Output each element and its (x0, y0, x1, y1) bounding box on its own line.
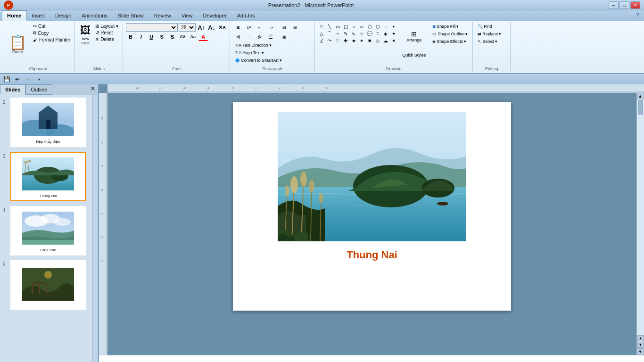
font-size-select[interactable]: 28 (179, 23, 196, 32)
decrease-indent-button[interactable]: ⇐ (255, 23, 265, 32)
align-text-button[interactable]: ⊤A Align Text▾ (233, 49, 266, 56)
notes-area[interactable]: Click to add notes (99, 355, 644, 362)
shape-hex-button[interactable]: ⬡ (374, 23, 381, 30)
strikethrough-button[interactable]: S (157, 33, 166, 41)
tab-home[interactable]: Home (2, 10, 27, 21)
italic-button[interactable]: I (136, 33, 146, 41)
reset-button[interactable]: ↺Reset (94, 30, 120, 36)
convert-smartart-button[interactable]: 🔷 Convert to SmartArt▾ (233, 57, 284, 64)
shape-star6-button[interactable]: ✶ (358, 37, 365, 44)
slide-item-2[interactable]: 2 (2, 97, 91, 148)
delete-button[interactable]: ✕Delete (94, 36, 120, 42)
numbered-list-button[interactable]: 1≡ (244, 23, 254, 32)
shape-callout-button[interactable]: 💬 (366, 30, 373, 37)
bold-button[interactable]: B (126, 33, 135, 41)
shape-effects-button[interactable]: ◈ Shape Effects▾ (430, 38, 470, 45)
tab-insert[interactable]: Insert (27, 10, 50, 21)
shape-rect2-button[interactable]: ▭ (334, 23, 341, 30)
slide-thumb-5[interactable] (10, 260, 86, 310)
format-painter-button[interactable]: 🖌 Format Painter (32, 37, 72, 43)
shape-misc2-button[interactable]: ✦ (390, 30, 397, 37)
slide-item-5[interactable]: 5 (2, 259, 91, 311)
decrease-col-button[interactable]: ⊟ (279, 23, 289, 32)
slides-panel-scrollbar[interactable] (92, 95, 98, 362)
shape-angle-button[interactable]: ∠ (318, 37, 325, 44)
close-button[interactable]: ✕ (630, 1, 640, 9)
scroll-thumb-v[interactable] (638, 100, 643, 115)
find-button[interactable]: 🔍 Find (476, 23, 503, 30)
shape-misc3-button[interactable]: ⁕ (390, 37, 397, 44)
shape-pen-button[interactable]: ✎ (342, 30, 349, 37)
shape-star-button[interactable]: ☆ (358, 30, 365, 37)
canvas-vertical-scrollbar[interactable]: ▲ ▲ ▼ ▼ (636, 93, 644, 355)
copy-button[interactable]: ⧉ Copy (32, 30, 72, 36)
qat-redo-button[interactable]: ↪ (24, 75, 33, 83)
shape-cross-button[interactable]: ✚ (342, 37, 349, 44)
select-button[interactable]: ↖ Select▾ (476, 38, 503, 45)
maximize-button[interactable]: □ (619, 1, 629, 9)
slide-thumb-2[interactable]: Đập thủy điện (10, 98, 86, 147)
scroll-to-prev-button[interactable]: ▲ (637, 335, 644, 341)
underline-button[interactable]: U (147, 33, 156, 41)
shape-star5-button[interactable]: ★ (350, 37, 357, 44)
cut-button[interactable]: ✂ Cut (32, 23, 72, 29)
shape-more-button[interactable]: ▾ (390, 23, 397, 30)
shape-fill-button[interactable]: ◼ Shape Fill▾ (430, 23, 470, 30)
shape-trap-button[interactable]: ⬠ (366, 23, 373, 30)
shape-circle-button[interactable]: ○ (350, 23, 357, 30)
col-layout-button[interactable]: ▦ (279, 33, 289, 41)
new-slide-button[interactable]: 🖼 NewSlide (78, 23, 93, 51)
help-button[interactable]: ? (633, 10, 642, 20)
shape-round-button[interactable]: ▢ (342, 23, 349, 30)
increase-indent-button[interactable]: ⇒ (265, 23, 276, 32)
shape-eq-button[interactable]: = (374, 30, 381, 37)
tab-animations[interactable]: Animations (76, 10, 112, 21)
slide-item-3[interactable]: 3 (2, 151, 91, 202)
clear-format-button[interactable]: ✕A (217, 23, 227, 32)
shape-heart-button[interactable]: ♡ (334, 37, 341, 44)
shape-wave-button[interactable]: 〜 (326, 37, 333, 44)
font-family-select[interactable] (126, 23, 178, 32)
shape-outline-button[interactable]: ▭ Shape Outline▾ (430, 31, 470, 37)
shape-cloud-button[interactable]: ☁ (382, 37, 389, 44)
minimize-button[interactable]: ─ (609, 1, 619, 9)
align-right-button[interactable]: ⫸ (255, 33, 265, 41)
shape-curve-button[interactable]: ⌒ (326, 30, 333, 37)
slide-canvas[interactable]: Thung Nai (107, 93, 636, 355)
shape-sun-button[interactable]: ✸ (366, 37, 373, 44)
slides-tab[interactable]: Slides (0, 84, 25, 95)
arrange-button[interactable]: ⊞ Arrange (399, 23, 429, 49)
shape-arrow-button[interactable]: → (382, 23, 389, 30)
justify-button[interactable]: ☰ (265, 33, 276, 41)
align-center-button[interactable]: ≡ (244, 33, 254, 41)
tab-slideshow[interactable]: Slide Show (113, 10, 149, 21)
tab-view[interactable]: View (176, 10, 198, 21)
tab-addins[interactable]: Add-Ins (232, 10, 260, 21)
slide-thumb-4[interactable]: Lòng Vân (10, 206, 86, 255)
tab-review[interactable]: Review (149, 10, 176, 21)
text-direction-button[interactable]: ⟲A Text Direction▾ (233, 42, 273, 49)
shape-freeform-button[interactable]: ∿ (350, 30, 357, 37)
scroll-down-button[interactable]: ▼ (637, 348, 644, 355)
qat-undo-button[interactable]: ↩ (13, 75, 22, 83)
shape-misc-button[interactable]: ◈ (382, 30, 389, 37)
shape-arc-button[interactable]: ⌣ (334, 30, 341, 37)
change-case-button[interactable]: Aa (188, 33, 198, 41)
align-left-button[interactable]: ⫷ (233, 33, 243, 41)
paste-button[interactable]: 📋 Paste (5, 23, 31, 71)
shape-rect-button[interactable]: □ (318, 23, 325, 30)
tab-design[interactable]: Design (50, 10, 76, 21)
qat-save-button[interactable]: 💾 (2, 75, 11, 83)
char-spacing-button[interactable]: AV (178, 33, 187, 41)
slide-item-4[interactable]: 4 (2, 205, 91, 256)
scroll-to-next-button[interactable]: ▼ (637, 342, 644, 348)
quick-styles-button[interactable]: Quick Styles (399, 50, 429, 60)
increase-col-button[interactable]: ⊞ (290, 23, 300, 32)
shape-line-button[interactable]: ╲ (326, 23, 333, 30)
scroll-up-button[interactable]: ▲ (637, 93, 644, 99)
outline-tab[interactable]: Outline (25, 84, 52, 95)
panel-close-button[interactable]: ✕ (88, 84, 98, 95)
replace-button[interactable]: ⇄ Replace▾ (476, 31, 503, 37)
shape-diamond-button[interactable]: ◇ (374, 37, 381, 44)
shape-tri-button[interactable]: △ (318, 30, 325, 37)
